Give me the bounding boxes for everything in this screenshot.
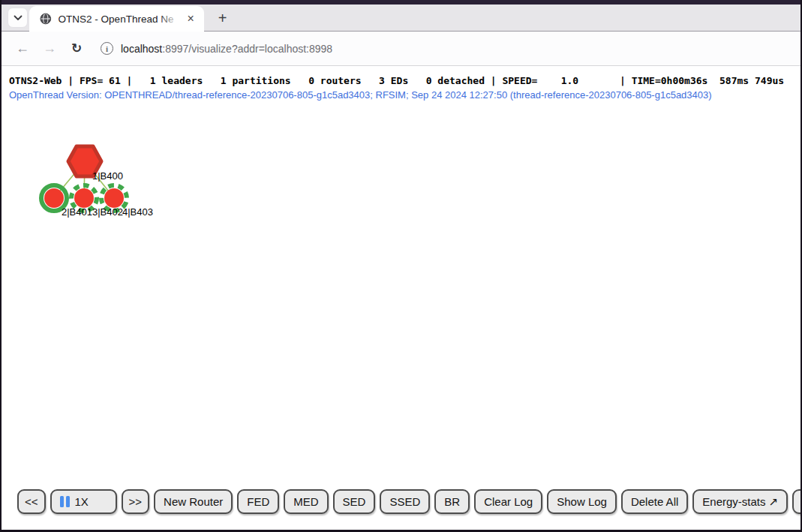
back-icon[interactable]: ← <box>14 41 32 56</box>
clear-log-button[interactable]: Clear Log <box>474 489 542 514</box>
tab-list-button[interactable] <box>8 8 28 28</box>
br-button[interactable]: BR <box>434 489 470 514</box>
node-stats-button[interactable]: Node-stats ↗ <box>792 489 800 514</box>
tab-title: OTNS2 - OpenThread Ne <box>59 14 174 25</box>
browser-window: OTNS2 - OpenThread Ne × + ← → ↻ i localh… <box>0 0 802 532</box>
med-button[interactable]: MED <box>284 489 328 514</box>
delete-all-button[interactable]: Delete All <box>621 489 688 514</box>
pause-icon <box>60 496 70 507</box>
end-device-node[interactable] <box>74 188 94 208</box>
end-device-node[interactable] <box>104 188 124 208</box>
ssed-button[interactable]: SSED <box>380 489 430 514</box>
node-label: 3|B402 <box>92 206 123 218</box>
close-tab-icon[interactable]: × <box>184 11 199 26</box>
site-info-icon[interactable]: i <box>101 42 113 55</box>
node-label: 4|B403 <box>122 206 153 218</box>
sed-button[interactable]: SED <box>333 489 376 514</box>
new-router-button[interactable]: New Router <box>154 489 233 514</box>
chevron-down-icon <box>14 15 23 21</box>
end-device-node[interactable] <box>44 188 64 208</box>
tab-bar: OTNS2 - OpenThread Ne × + <box>2 5 800 32</box>
tab-otns2[interactable]: OTNS2 - OpenThread Ne × <box>29 6 204 32</box>
forward-icon[interactable]: → <box>41 41 59 56</box>
speed-value: 1X <box>75 495 89 508</box>
node-label: 2|B401 <box>62 206 92 218</box>
new-tab-button[interactable]: + <box>213 9 232 28</box>
navigation-bar: ← → ↻ i localhost:8997/visualize?addr=lo… <box>2 32 800 66</box>
speed-up-button[interactable]: >> <box>122 489 150 514</box>
energy-stats-button[interactable]: Energy-stats ↗ <box>692 489 788 514</box>
address-bar[interactable]: localhost:8997/visualize?addr=localhost:… <box>121 43 332 55</box>
url-path: :8997/visualize?addr=localhost:8998 <box>162 43 332 55</box>
speed-down-button[interactable]: << <box>17 489 46 514</box>
page-content: OTNS2-Web | FPS= 61 | 1 leaders 1 partit… <box>2 66 800 530</box>
url-hostname: localhost <box>121 43 162 55</box>
node-label: 1|B400 <box>92 170 123 182</box>
tab-title-wrap: OTNS2 - OpenThread Ne <box>59 12 179 26</box>
reload-icon[interactable]: ↻ <box>68 41 86 56</box>
speed-display-button[interactable]: 1X <box>50 489 117 514</box>
show-log-button[interactable]: Show Log <box>547 489 617 514</box>
globe-icon <box>40 13 52 25</box>
fed-button[interactable]: FED <box>237 489 279 514</box>
bottom-toolbar: << 1X >> New Router FED MED SED SSED BR … <box>17 489 800 514</box>
